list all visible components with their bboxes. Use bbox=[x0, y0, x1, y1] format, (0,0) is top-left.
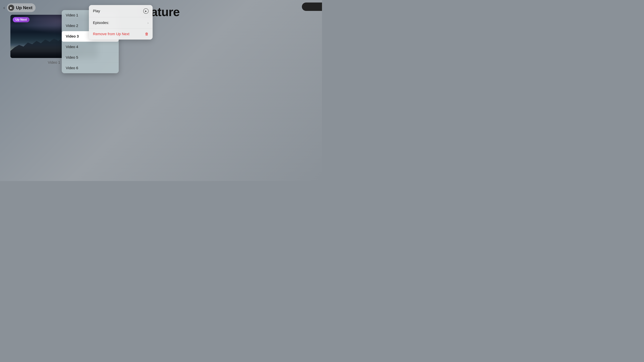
episode-item-6[interactable]: Video 6 bbox=[62, 63, 119, 73]
play-label: Play bbox=[93, 9, 100, 13]
up-next-icon: ▶ bbox=[8, 5, 14, 11]
play-icon: ▶ bbox=[145, 10, 147, 12]
context-menu: Play ▶ Episodes: › Remove from Up Next 🗑 bbox=[89, 5, 152, 39]
context-menu-remove[interactable]: Remove from Up Next 🗑 bbox=[89, 28, 152, 39]
up-next-button[interactable]: ▶ Up Next bbox=[7, 3, 36, 12]
up-next-badge: Up Next bbox=[13, 17, 30, 22]
context-menu-episodes[interactable]: Episodes: › bbox=[89, 17, 152, 28]
back-chevron-icon[interactable]: ‹ bbox=[3, 5, 5, 10]
trash-icon: 🗑 bbox=[145, 32, 148, 36]
context-menu-play[interactable]: Play ▶ bbox=[89, 5, 152, 17]
episode-item-5[interactable]: Video 5 bbox=[62, 52, 119, 63]
episode-item-4[interactable]: Video 4 bbox=[62, 42, 119, 52]
header: ‹ ▶ Up Next bbox=[3, 3, 36, 12]
top-right-decorative bbox=[302, 2, 322, 11]
episodes-label: Episodes: bbox=[93, 21, 109, 25]
chevron-right-icon: › bbox=[148, 21, 148, 25]
play-icon-circle: ▶ bbox=[143, 8, 148, 14]
up-next-header-label: Up Next bbox=[16, 5, 32, 10]
remove-label: Remove from Up Next bbox=[93, 32, 130, 36]
